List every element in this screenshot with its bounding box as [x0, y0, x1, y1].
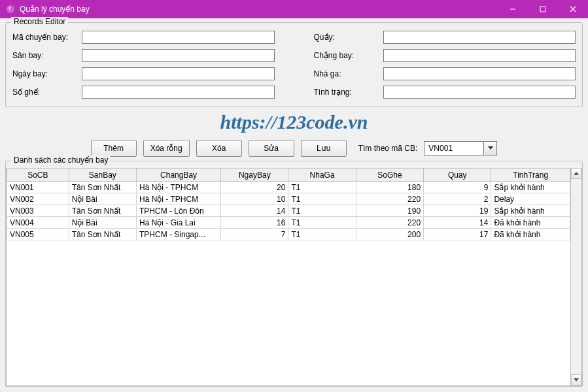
- input-nha-ga[interactable]: [383, 67, 576, 80]
- table-row[interactable]: VN004Nội BàiHà Nội - Gia Lai16T122014Đã …: [7, 217, 570, 229]
- edit-button[interactable]: Sửa: [249, 140, 294, 157]
- svg-point-0: [7, 5, 14, 13]
- cell-sanbay[interactable]: Tân Sơn Nhất: [69, 229, 136, 240]
- cell-quay[interactable]: 14: [424, 217, 491, 229]
- app-window: Quản lý chuyến bay Records Editor Mã chu…: [0, 0, 588, 392]
- input-ngay-bay[interactable]: [82, 67, 275, 80]
- svg-marker-5: [488, 146, 493, 150]
- svg-marker-7: [574, 378, 579, 382]
- cell-socb[interactable]: VN001: [7, 182, 69, 193]
- search-combo[interactable]: [424, 141, 497, 155]
- table-row[interactable]: VN003Tân Sơn NhấtTPHCM - Lôn Đôn14T11901…: [7, 205, 570, 217]
- cell-sanbay[interactable]: Nội Bài: [69, 193, 136, 205]
- label-quay: Quầy:: [314, 33, 379, 42]
- svg-rect-2: [540, 7, 545, 12]
- label-ma-chuyen-bay: Mã chuyến bay:: [12, 33, 78, 42]
- close-button[interactable]: [558, 0, 588, 18]
- svg-marker-6: [574, 172, 579, 175]
- cell-ngaybay[interactable]: 7: [221, 229, 288, 240]
- cell-socb[interactable]: VN003: [7, 205, 69, 217]
- window-title: Quản lý chuyến bay: [20, 5, 498, 14]
- column-header[interactable]: ChangBay: [137, 169, 221, 182]
- flight-table-wrap[interactable]: SoCBSanBayChangBayNgayBayNhaGaSoGheQuayT…: [7, 168, 570, 385]
- cell-nhaga[interactable]: T1: [288, 229, 356, 240]
- cell-ngaybay[interactable]: 10: [221, 193, 288, 205]
- input-san-bay[interactable]: [82, 49, 275, 62]
- cell-nhaga[interactable]: T1: [288, 205, 356, 217]
- cell-soghe[interactable]: 220: [356, 193, 423, 205]
- cell-nhaga[interactable]: T1: [288, 193, 356, 205]
- cell-socb[interactable]: VN005: [7, 229, 69, 240]
- cell-ngaybay[interactable]: 16: [221, 217, 288, 229]
- minimize-button[interactable]: [498, 0, 528, 18]
- cell-sanbay[interactable]: Nội Bài: [69, 217, 136, 229]
- column-header[interactable]: NgayBay: [221, 169, 288, 182]
- label-chang-bay: Chặng bay:: [314, 51, 379, 60]
- input-ma-chuyen-bay[interactable]: [82, 31, 275, 44]
- content-area: Records Editor Mã chuyến bay: Quầy: Sân …: [0, 18, 588, 392]
- cell-tinhtrang[interactable]: Sắp khởi hành: [491, 182, 570, 193]
- records-editor-legend: Records Editor: [11, 17, 68, 26]
- input-so-ghe[interactable]: [82, 86, 275, 99]
- column-header[interactable]: SoCB: [7, 169, 69, 182]
- dropdown-arrow-icon[interactable]: [483, 142, 496, 155]
- titlebar[interactable]: Quản lý chuyến bay: [0, 0, 588, 18]
- cell-changbay[interactable]: Hà Nội - TPHCM: [137, 182, 221, 193]
- cell-quay[interactable]: 9: [424, 182, 491, 193]
- save-button[interactable]: Lưu: [301, 140, 347, 157]
- input-chang-bay[interactable]: [383, 49, 576, 62]
- cell-soghe[interactable]: 200: [356, 229, 423, 240]
- cell-quay[interactable]: 17: [424, 229, 491, 240]
- cell-socb[interactable]: VN002: [7, 193, 69, 205]
- cell-socb[interactable]: VN004: [7, 217, 69, 229]
- search-label: Tìm theo mã CB:: [358, 144, 418, 153]
- table-row[interactable]: VN001Tân Sơn NhấtHà Nội - TPHCM20T11809S…: [7, 182, 570, 193]
- column-header[interactable]: SoGhe: [356, 169, 423, 182]
- cell-ngaybay[interactable]: 14: [221, 205, 288, 217]
- scroll-down-button[interactable]: [571, 374, 581, 385]
- scroll-track[interactable]: [571, 179, 581, 374]
- scroll-up-button[interactable]: [571, 168, 581, 179]
- clear-button[interactable]: Xóa rỗng: [143, 140, 190, 157]
- java-app-icon: [5, 4, 16, 14]
- column-header[interactable]: SanBay: [69, 169, 136, 182]
- cell-tinhtrang[interactable]: Đã khởi hành: [491, 217, 570, 229]
- add-button[interactable]: Thêm: [91, 140, 137, 157]
- label-so-ghe: Số ghế:: [12, 88, 78, 97]
- label-tinh-trang: Tình trạng:: [314, 88, 379, 97]
- cell-soghe[interactable]: 220: [356, 217, 423, 229]
- cell-ngaybay[interactable]: 20: [221, 182, 288, 193]
- cell-soghe[interactable]: 180: [356, 182, 423, 193]
- cell-quay[interactable]: 2: [424, 193, 491, 205]
- cell-nhaga[interactable]: T1: [288, 182, 356, 193]
- cell-nhaga[interactable]: T1: [288, 217, 356, 229]
- records-editor-panel: Records Editor Mã chuyến bay: Quầy: Sân …: [5, 22, 583, 107]
- window-controls: [498, 0, 588, 18]
- vertical-scrollbar[interactable]: [570, 168, 581, 385]
- label-san-bay: Sân bay:: [12, 51, 78, 60]
- cell-tinhtrang[interactable]: Đã khởi hành: [491, 229, 570, 240]
- delete-button[interactable]: Xóa: [196, 140, 242, 157]
- cell-quay[interactable]: 19: [424, 205, 491, 217]
- flight-list-panel: Danh sách các chuyến bay SoCBSanBayChang…: [5, 161, 583, 387]
- cell-soghe[interactable]: 190: [356, 205, 423, 217]
- label-nha-ga: Nhà ga:: [314, 69, 379, 78]
- cell-changbay[interactable]: TPHCM - Lôn Đôn: [137, 205, 221, 217]
- flight-table[interactable]: SoCBSanBayChangBayNgayBayNhaGaSoGheQuayT…: [7, 168, 570, 240]
- search-input[interactable]: [424, 142, 483, 155]
- cell-changbay[interactable]: TPHCM - Singap...: [137, 229, 221, 240]
- cell-tinhtrang[interactable]: Sắp khởi hành: [491, 205, 570, 217]
- column-header[interactable]: NhaGa: [288, 169, 356, 182]
- input-tinh-trang[interactable]: [383, 86, 576, 99]
- input-quay[interactable]: [383, 31, 576, 44]
- cell-sanbay[interactable]: Tân Sơn Nhất: [69, 182, 136, 193]
- table-row[interactable]: VN002Nội BàiHà Nội - TPHCM10T12202Delay: [7, 193, 570, 205]
- table-row[interactable]: VN005Tân Sơn NhấtTPHCM - Singap...7T1200…: [7, 229, 570, 240]
- cell-changbay[interactable]: Hà Nội - Gia Lai: [137, 217, 221, 229]
- column-header[interactable]: Quay: [424, 169, 491, 182]
- cell-changbay[interactable]: Hà Nội - TPHCM: [137, 193, 221, 205]
- maximize-button[interactable]: [528, 0, 558, 18]
- column-header[interactable]: TinhTrang: [491, 169, 570, 182]
- cell-sanbay[interactable]: Tân Sơn Nhất: [69, 205, 136, 217]
- cell-tinhtrang[interactable]: Delay: [491, 193, 570, 205]
